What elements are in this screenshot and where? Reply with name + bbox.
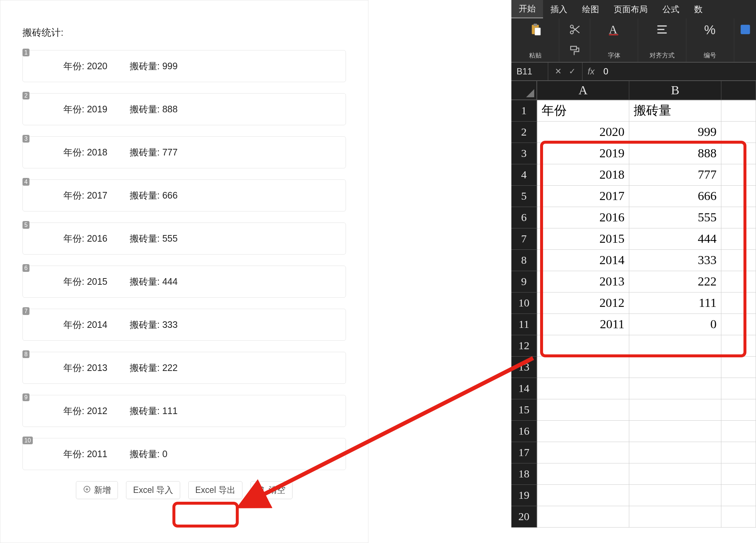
cell[interactable] bbox=[721, 399, 756, 421]
row-header[interactable]: 20 bbox=[511, 506, 537, 528]
cell[interactable]: 2019 bbox=[537, 143, 629, 164]
list-item[interactable]: 5年份: 2016搬砖量: 555 bbox=[22, 223, 346, 255]
row-header[interactable]: 4 bbox=[511, 164, 537, 186]
cell[interactable] bbox=[537, 463, 629, 485]
ribbon-group-align[interactable]: 对齐方式 bbox=[638, 18, 686, 62]
cell[interactable]: 2014 bbox=[537, 250, 629, 271]
cell[interactable] bbox=[629, 485, 721, 506]
cell[interactable] bbox=[629, 421, 721, 442]
row-header[interactable]: 5 bbox=[511, 186, 537, 207]
ribbon-tab[interactable]: 公式 bbox=[655, 0, 687, 18]
name-box[interactable]: B11 bbox=[511, 63, 548, 80]
cell[interactable] bbox=[537, 378, 629, 399]
cell[interactable]: 2013 bbox=[537, 271, 629, 292]
cell[interactable] bbox=[537, 357, 629, 378]
spreadsheet-grid[interactable]: AB1年份搬砖量22020999320198884201877752017666… bbox=[511, 81, 756, 528]
cell[interactable] bbox=[721, 335, 756, 357]
cell[interactable]: 777 bbox=[629, 164, 721, 186]
cell[interactable] bbox=[629, 357, 721, 378]
row-header[interactable]: 16 bbox=[511, 421, 537, 442]
ribbon-tab[interactable]: 开始 bbox=[511, 0, 543, 18]
row-header[interactable]: 15 bbox=[511, 399, 537, 421]
cell[interactable] bbox=[537, 506, 629, 528]
formula-value[interactable]: 0 bbox=[600, 66, 612, 77]
cell[interactable] bbox=[721, 314, 756, 335]
row-header[interactable]: 6 bbox=[511, 207, 537, 228]
row-header[interactable]: 12 bbox=[511, 335, 537, 357]
cell[interactable]: 2020 bbox=[537, 122, 629, 143]
cell[interactable]: 0 bbox=[629, 314, 721, 335]
cell[interactable] bbox=[629, 442, 721, 463]
list-item[interactable]: 7年份: 2014搬砖量: 333 bbox=[22, 309, 346, 341]
cell[interactable] bbox=[721, 207, 756, 228]
cell[interactable] bbox=[721, 271, 756, 292]
ribbon-group-clipboard[interactable] bbox=[559, 18, 590, 62]
cell[interactable]: 666 bbox=[629, 186, 721, 207]
add-button[interactable]: 新增 bbox=[76, 481, 118, 499]
cell[interactable]: 111 bbox=[629, 292, 721, 314]
cell[interactable] bbox=[537, 421, 629, 442]
row-header[interactable]: 17 bbox=[511, 442, 537, 463]
row-header[interactable]: 3 bbox=[511, 143, 537, 164]
cell[interactable] bbox=[629, 335, 721, 357]
row-header[interactable]: 19 bbox=[511, 485, 537, 506]
clear-button[interactable]: 清空 bbox=[251, 481, 293, 499]
row-header[interactable]: 2 bbox=[511, 122, 537, 143]
cell[interactable] bbox=[721, 485, 756, 506]
cell[interactable] bbox=[629, 378, 721, 399]
cell[interactable] bbox=[721, 357, 756, 378]
cell[interactable] bbox=[721, 186, 756, 207]
ribbon-group-paste[interactable]: 粘贴 bbox=[511, 18, 559, 62]
cell[interactable] bbox=[629, 463, 721, 485]
cell[interactable]: 2018 bbox=[537, 164, 629, 186]
fx-icon[interactable]: fx bbox=[582, 66, 600, 77]
cell[interactable] bbox=[537, 485, 629, 506]
ribbon-tab-partial[interactable]: 数 bbox=[687, 0, 710, 18]
row-header[interactable]: 10 bbox=[511, 292, 537, 314]
cell[interactable] bbox=[721, 378, 756, 399]
row-header[interactable]: 11 bbox=[511, 314, 537, 335]
column-header[interactable]: A bbox=[537, 81, 629, 100]
list-item[interactable]: 2年份: 2019搬砖量: 888 bbox=[22, 93, 346, 125]
cell[interactable]: 搬砖量 bbox=[629, 100, 721, 122]
cell[interactable] bbox=[721, 228, 756, 250]
cell[interactable]: 2016 bbox=[537, 207, 629, 228]
cell[interactable] bbox=[721, 442, 756, 463]
list-item[interactable]: 6年份: 2015搬砖量: 444 bbox=[22, 266, 346, 298]
cell[interactable] bbox=[721, 506, 756, 528]
list-item[interactable]: 9年份: 2012搬砖量: 111 bbox=[22, 395, 346, 427]
excel-export-button[interactable]: Excel 导出 bbox=[188, 481, 242, 499]
cell[interactable] bbox=[721, 100, 756, 122]
cell[interactable] bbox=[721, 292, 756, 314]
ribbon-group-extra[interactable] bbox=[734, 18, 756, 62]
cell[interactable] bbox=[629, 399, 721, 421]
list-item[interactable]: 8年份: 2013搬砖量: 222 bbox=[22, 352, 346, 384]
row-header[interactable]: 13 bbox=[511, 357, 537, 378]
row-header[interactable]: 14 bbox=[511, 378, 537, 399]
cell[interactable]: 444 bbox=[629, 228, 721, 250]
cell[interactable]: 年份 bbox=[537, 100, 629, 122]
list-item[interactable]: 4年份: 2017搬砖量: 666 bbox=[22, 179, 346, 211]
column-header-partial[interactable] bbox=[721, 81, 756, 100]
ribbon-tab[interactable]: 页面布局 bbox=[606, 0, 655, 18]
cell[interactable]: 222 bbox=[629, 271, 721, 292]
cell[interactable] bbox=[537, 335, 629, 357]
cell[interactable] bbox=[721, 421, 756, 442]
cell[interactable] bbox=[721, 250, 756, 271]
row-header[interactable]: 7 bbox=[511, 228, 537, 250]
cell[interactable] bbox=[721, 143, 756, 164]
cell[interactable] bbox=[721, 463, 756, 485]
cell[interactable] bbox=[537, 399, 629, 421]
cell[interactable] bbox=[629, 506, 721, 528]
cell[interactable]: 2015 bbox=[537, 228, 629, 250]
excel-import-button[interactable]: Excel 导入 bbox=[126, 481, 180, 499]
ribbon-tab[interactable]: 插入 bbox=[543, 0, 575, 18]
column-header[interactable]: B bbox=[629, 81, 721, 100]
ribbon-group-font[interactable]: A 字体 bbox=[590, 18, 638, 62]
ribbon-tab[interactable]: 绘图 bbox=[575, 0, 606, 18]
ribbon-group-number[interactable]: % 编号 bbox=[686, 18, 734, 62]
cell[interactable]: 888 bbox=[629, 143, 721, 164]
list-item[interactable]: 3年份: 2018搬砖量: 777 bbox=[22, 136, 346, 168]
cell[interactable]: 2011 bbox=[537, 314, 629, 335]
cell[interactable]: 2012 bbox=[537, 292, 629, 314]
